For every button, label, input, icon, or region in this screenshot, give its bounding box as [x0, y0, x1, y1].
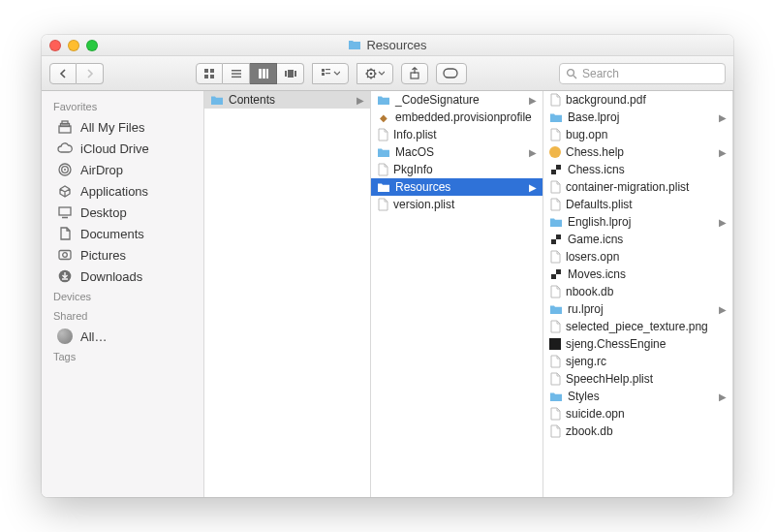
toolbar: Search: [42, 56, 733, 91]
sidebar-item[interactable]: Downloads: [42, 266, 203, 287]
file-row[interactable]: MacOS▶: [371, 143, 542, 161]
file-label: Contents: [229, 93, 275, 107]
file-row[interactable]: Info.plist: [371, 126, 542, 143]
file-row[interactable]: Chess.help▶: [543, 143, 732, 161]
action-button[interactable]: [356, 63, 393, 84]
titlebar: Resources: [42, 35, 733, 56]
window-title: Resources: [42, 38, 733, 52]
tags-button[interactable]: [436, 63, 467, 84]
file-label: Styles: [568, 390, 600, 403]
coverflow-view-button[interactable]: [277, 63, 304, 84]
file-icon: [549, 355, 561, 368]
svg-rect-14: [322, 73, 325, 76]
svg-point-29: [568, 69, 574, 76]
file-row[interactable]: _CodeSignature▶: [371, 91, 542, 109]
file-row[interactable]: Contents▶: [204, 91, 370, 109]
sidebar-section-header: Tags: [42, 347, 203, 366]
file-label: selected_piece_texture.png: [566, 320, 708, 333]
chevron-right-icon: ▶: [719, 112, 728, 123]
svg-rect-7: [259, 69, 262, 78]
file-row[interactable]: container-migration.plist: [543, 178, 732, 196]
all-my-files-icon: [57, 119, 73, 135]
share-button[interactable]: [401, 63, 428, 84]
arrange-button[interactable]: [312, 63, 349, 84]
sidebar-item[interactable]: All…: [42, 326, 203, 347]
file-label: Chess.icns: [568, 163, 625, 176]
file-row[interactable]: zbook.db: [543, 422, 732, 440]
back-button[interactable]: [49, 63, 77, 84]
file-row[interactable]: 🙾Game.icns: [543, 231, 732, 248]
svg-rect-37: [59, 207, 71, 215]
file-row[interactable]: sjeng.rc: [543, 353, 732, 370]
sidebar-item[interactable]: All My Files: [42, 116, 203, 138]
sidebar-item[interactable]: Applications: [42, 180, 203, 202]
window-controls: [49, 40, 98, 51]
svg-rect-2: [204, 75, 208, 78]
svg-rect-12: [294, 71, 296, 77]
provisionprofile-icon: ◆: [377, 110, 390, 124]
svg-rect-28: [444, 69, 457, 78]
file-row[interactable]: English.lproj▶: [543, 213, 732, 231]
file-icon: [377, 198, 388, 211]
file-icon: [549, 180, 561, 194]
sidebar-section-header: Favorites: [42, 97, 203, 116]
file-label: Moves.icns: [568, 267, 626, 281]
sidebar-item[interactable]: AirDrop: [42, 159, 203, 180]
file-row[interactable]: Defaults.plist: [543, 196, 732, 213]
svg-rect-1: [210, 69, 214, 73]
close-window-button[interactable]: [49, 40, 61, 51]
file-row[interactable]: Resources▶: [371, 178, 542, 196]
file-row[interactable]: version.plist: [371, 196, 542, 213]
file-icon: [549, 93, 561, 107]
search-placeholder: Search: [582, 67, 719, 80]
svg-rect-6: [232, 76, 241, 78]
icns-icon: 🙾: [549, 267, 563, 281]
sidebar-item[interactable]: Desktop: [42, 202, 203, 223]
file-row[interactable]: SpeechHelp.plist: [543, 370, 732, 388]
file-row[interactable]: selected_piece_texture.png: [543, 318, 732, 335]
svg-rect-4: [232, 70, 241, 72]
file-row[interactable]: nbook.db: [543, 283, 732, 300]
file-label: _CodeSignature: [395, 93, 480, 107]
file-row[interactable]: PkgInfo: [371, 161, 542, 178]
column-view-button[interactable]: [250, 63, 277, 84]
svg-rect-33: [62, 121, 68, 124]
sidebar-item[interactable]: Pictures: [42, 244, 203, 266]
sidebar-item-label: Downloads: [80, 269, 142, 284]
file-row[interactable]: Base.lproj▶: [543, 109, 732, 126]
file-label: English.lproj: [568, 215, 631, 229]
file-label: embedded.provisionprofile: [395, 110, 532, 124]
svg-line-23: [367, 70, 368, 71]
search-icon: [566, 68, 577, 79]
file-label: version.plist: [393, 198, 454, 211]
svg-rect-8: [263, 69, 265, 78]
file-icon: [549, 198, 561, 211]
icns-icon: 🙾: [549, 233, 563, 246]
file-row[interactable]: losers.opn: [543, 248, 732, 266]
shared-globe-icon: [57, 329, 73, 344]
folder-icon: [549, 304, 563, 315]
file-row[interactable]: 🙾Chess.icns: [543, 161, 732, 178]
forward-button[interactable]: [77, 63, 104, 84]
file-label: MacOS: [395, 145, 434, 159]
file-icon: [377, 128, 388, 141]
sidebar-item[interactable]: iCloud Drive: [42, 138, 203, 159]
chevron-right-icon: ▶: [529, 182, 539, 193]
search-field[interactable]: Search: [559, 63, 726, 84]
zoom-window-button[interactable]: [86, 40, 98, 51]
sidebar-item[interactable]: Documents: [42, 223, 203, 244]
file-row[interactable]: sjeng.ChessEngine: [543, 335, 732, 353]
list-view-button[interactable]: [223, 63, 250, 84]
file-row[interactable]: suicide.opn: [543, 405, 732, 422]
svg-rect-10: [285, 71, 287, 77]
svg-rect-16: [326, 73, 330, 74]
file-row[interactable]: bug.opn: [543, 126, 732, 143]
minimize-window-button[interactable]: [68, 40, 79, 51]
file-row[interactable]: background.pdf: [543, 91, 732, 109]
file-row[interactable]: ◆embedded.provisionprofile: [371, 109, 542, 126]
icon-view-button[interactable]: [196, 63, 223, 84]
file-row[interactable]: Styles▶: [543, 388, 732, 405]
file-row[interactable]: 🙾Moves.icns: [543, 266, 732, 283]
sidebar-item-label: All My Files: [80, 120, 144, 135]
file-row[interactable]: ru.lproj▶: [543, 300, 732, 318]
